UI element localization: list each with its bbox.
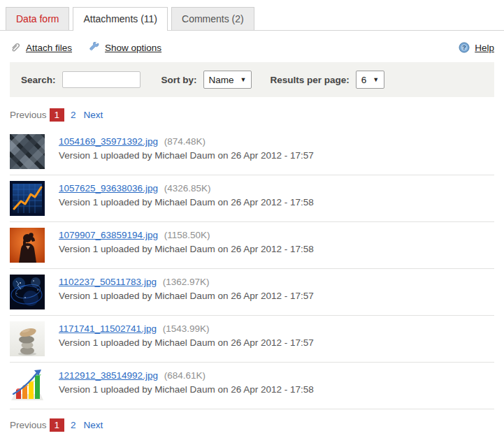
- attachment-info: 1102237_50511783.jpg (1362.97K) Version …: [59, 275, 314, 309]
- attach-files-link[interactable]: Attach files: [10, 42, 72, 53]
- footer: Select all: [0, 440, 504, 445]
- attachment-filename-link[interactable]: 1054169_35971392.jpg: [59, 136, 158, 147]
- show-options-label: Show options: [105, 43, 161, 53]
- sort-select[interactable]: Name ▼: [203, 71, 252, 89]
- attachment-info: 1212912_38514992.jpg (684.61K) Version 1…: [59, 368, 314, 403]
- bar-chart-with-arrow-image: [10, 368, 45, 403]
- attachment-row: 1079907_63859194.jpg (1158.50K) Version …: [10, 222, 494, 269]
- blue-line-chart-image: [10, 181, 45, 216]
- help-label: Help: [475, 43, 494, 53]
- attachment-filename-link[interactable]: 1079907_63859194.jpg: [59, 230, 158, 240]
- attachment-meta: Version 1 uploaded by Michael Daum on 26…: [59, 149, 314, 163]
- paperclip-icon: [10, 42, 21, 53]
- attachment-info: 1054169_35971392.jpg (874.48K) Version 1…: [59, 134, 314, 169]
- attachment-meta: Version 1 uploaded by Michael Daum on 26…: [59, 196, 314, 210]
- filter-bar: Search: Sort by: Name ▼ Results per page…: [10, 62, 494, 97]
- attachment-filename-link[interactable]: 1212912_38514992.jpg: [59, 370, 158, 381]
- pagination-next[interactable]: Next: [84, 110, 103, 120]
- pagination-bottom: Previous 1 2 Next: [10, 418, 494, 432]
- pagination-previous: Previous: [10, 420, 47, 430]
- caret-down-icon: ▼: [240, 76, 247, 83]
- toolbar: Attach files Show options ? Help: [0, 31, 504, 62]
- show-options-link[interactable]: Show options: [89, 42, 161, 53]
- attachment-thumbnail-link[interactable]: [10, 321, 45, 356]
- sort-select-value: Name: [209, 75, 234, 85]
- pagination-page-2[interactable]: 2: [71, 110, 76, 120]
- wrench-icon: [89, 42, 100, 53]
- pagination-page-2[interactable]: 2: [71, 420, 76, 430]
- tab-bar: Data form Attachments (11) Comments (2): [0, 0, 504, 31]
- attachment-row: 1102237_50511783.jpg (1362.97K) Version …: [10, 269, 494, 316]
- attach-files-label: Attach files: [26, 43, 72, 53]
- caret-down-icon: ▼: [373, 76, 379, 83]
- sort-by-label: Sort by:: [161, 75, 197, 85]
- attachment-thumbnail-link[interactable]: [10, 134, 45, 169]
- attachment-filename-link[interactable]: 1171741_11502741.jpg: [59, 323, 157, 334]
- search-input[interactable]: [62, 71, 141, 88]
- attachment-size: (1543.99K): [163, 323, 210, 334]
- results-per-page-select[interactable]: 6 ▼: [356, 71, 384, 89]
- tab-attachments[interactable]: Attachments (11): [73, 7, 168, 31]
- svg-text:?: ?: [462, 44, 466, 51]
- attachment-row: 1054169_35971392.jpg (874.48K) Version 1…: [10, 129, 494, 175]
- attachment-row: 1057625_93638036.jpg (4326.85K) Version …: [10, 175, 494, 222]
- help-link[interactable]: ? Help: [459, 42, 494, 53]
- help-icon: ?: [459, 42, 470, 53]
- pagination-current-page: 1: [50, 108, 65, 122]
- pagination-next[interactable]: Next: [84, 420, 103, 430]
- person-on-orange-image: [10, 228, 45, 263]
- attachment-size: (4326.85K): [164, 183, 211, 194]
- attachment-size: (1158.50K): [164, 230, 210, 240]
- attachment-meta: Version 1 uploaded by Michael Daum on 26…: [59, 383, 314, 397]
- attachment-filename-link[interactable]: 1102237_50511783.jpg: [59, 277, 157, 287]
- attachment-info: 1057625_93638036.jpg (4326.85K) Version …: [59, 181, 314, 216]
- attachment-info: 1171741_11502741.jpg (1543.99K) Version …: [59, 321, 314, 356]
- attachment-meta: Version 1 uploaded by Michael Daum on 26…: [59, 336, 314, 350]
- attachment-filename-link[interactable]: 1057625_93638036.jpg: [59, 183, 158, 194]
- attachment-size: (874.48K): [164, 136, 206, 147]
- pagination-previous: Previous: [10, 110, 47, 120]
- pagination-current-page: 1: [50, 418, 65, 432]
- attachment-row: 1212912_38514992.jpg (684.61K) Version 1…: [10, 363, 494, 409]
- attachment-thumbnail-link[interactable]: [10, 181, 45, 216]
- attachment-meta: Version 1 uploaded by Michael Daum on 26…: [59, 242, 314, 256]
- tab-comments[interactable]: Comments (2): [171, 7, 254, 30]
- tab-data-form[interactable]: Data form: [6, 7, 69, 30]
- attachment-meta: Version 1 uploaded by Michael Daum on 26…: [59, 289, 314, 303]
- attachment-thumbnail-link[interactable]: [10, 275, 45, 309]
- attachment-row: 1171741_11502741.jpg (1543.99K) Version …: [10, 316, 494, 363]
- attachment-size: (1362.97K): [163, 277, 210, 287]
- stacked-pebbles-image: [10, 321, 45, 356]
- search-label: Search:: [21, 75, 56, 85]
- attachment-thumbnail-link[interactable]: [10, 368, 45, 403]
- electric-blue-world-image: [10, 275, 45, 309]
- attachment-list: 1054169_35971392.jpg (874.48K) Version 1…: [10, 129, 494, 409]
- woven-metal-texture-image: [10, 134, 45, 169]
- pagination-top: Previous 1 2 Next: [10, 108, 494, 122]
- attachment-thumbnail-link[interactable]: [10, 228, 45, 263]
- attachment-info: 1079907_63859194.jpg (1158.50K) Version …: [59, 228, 314, 263]
- attachment-size: (684.61K): [164, 370, 206, 381]
- results-per-page-value: 6: [361, 75, 367, 85]
- results-per-page-label: Results per page:: [270, 75, 349, 85]
